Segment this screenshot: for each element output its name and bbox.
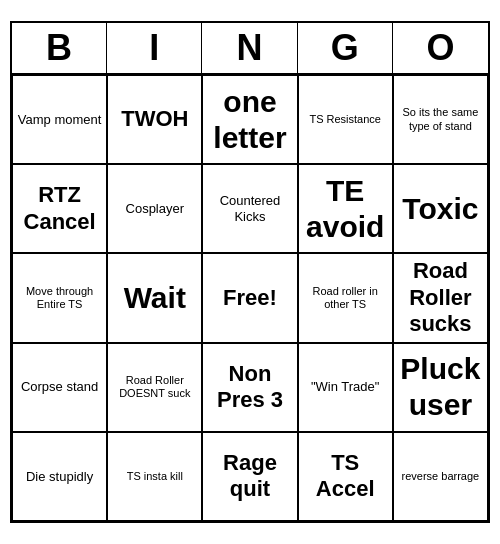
header-letter-I: I xyxy=(107,23,202,73)
bingo-cell-9: Toxic xyxy=(393,164,488,253)
bingo-cell-12: Free! xyxy=(202,253,297,342)
bingo-cell-24: reverse barrage xyxy=(393,432,488,521)
bingo-cell-19: Pluck user xyxy=(393,343,488,432)
bingo-cell-22: Rage quit xyxy=(202,432,297,521)
bingo-header: BINGO xyxy=(12,23,488,75)
bingo-cell-3: TS Resistance xyxy=(298,75,393,164)
bingo-cell-17: Non Pres 3 xyxy=(202,343,297,432)
header-letter-G: G xyxy=(298,23,393,73)
bingo-cell-23: TS Accel xyxy=(298,432,393,521)
bingo-cell-21: TS insta kill xyxy=(107,432,202,521)
bingo-grid: Vamp momentTWOHone letterTS ResistanceSo… xyxy=(12,75,488,521)
bingo-cell-15: Corpse stand xyxy=(12,343,107,432)
bingo-cell-13: Road roller in other TS xyxy=(298,253,393,342)
bingo-cell-8: TE avoid xyxy=(298,164,393,253)
bingo-cell-10: Move through Entire TS xyxy=(12,253,107,342)
bingo-cell-20: Die stupidly xyxy=(12,432,107,521)
header-letter-O: O xyxy=(393,23,488,73)
bingo-cell-1: TWOH xyxy=(107,75,202,164)
bingo-cell-5: RTZ Cancel xyxy=(12,164,107,253)
bingo-cell-6: Cosplayer xyxy=(107,164,202,253)
header-letter-N: N xyxy=(202,23,297,73)
bingo-cell-14: Road Roller sucks xyxy=(393,253,488,342)
bingo-card: BINGO Vamp momentTWOHone letterTS Resist… xyxy=(10,21,490,523)
header-letter-B: B xyxy=(12,23,107,73)
bingo-cell-7: Countered Kicks xyxy=(202,164,297,253)
bingo-cell-4: So its the same type of stand xyxy=(393,75,488,164)
bingo-cell-11: Wait xyxy=(107,253,202,342)
bingo-cell-16: Road Roller DOESNT suck xyxy=(107,343,202,432)
bingo-cell-0: Vamp moment xyxy=(12,75,107,164)
bingo-cell-18: "Win Trade" xyxy=(298,343,393,432)
bingo-cell-2: one letter xyxy=(202,75,297,164)
